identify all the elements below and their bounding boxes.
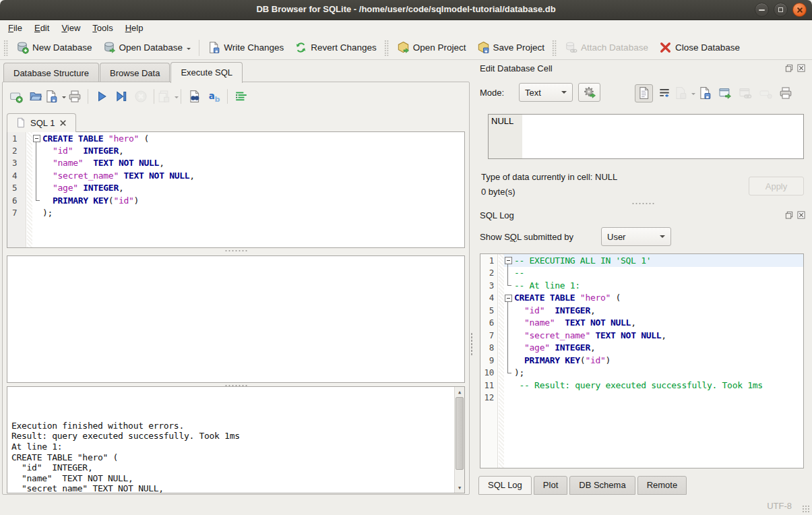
save-sql-file-button[interactable] [46,88,64,106]
dropdown-caret-icon [691,93,695,97]
tab-remote[interactable]: Remote [637,476,687,495]
import-data-button[interactable] [675,84,693,102]
execute-current-line-button[interactable] [112,88,130,106]
cell-mode-row: Mode: Text [480,83,806,103]
result-line: Result: query executed successfully. Too… [11,431,450,442]
float-icon[interactable] [784,210,794,220]
scroll-down-icon[interactable]: ▼ [455,483,464,493]
toolbar-drag-handle[interactable] [3,40,9,56]
tab-execute-sql[interactable]: Execute SQL [170,62,243,83]
tab-sql-log[interactable]: SQL Log [478,476,532,495]
fold-marker-icon[interactable] [505,392,513,404]
copy-link-button[interactable] [736,84,754,102]
print-icon [68,90,82,103]
open-external-button[interactable] [716,84,734,102]
text-mode-button[interactable] [635,84,653,102]
menu-tools[interactable]: Tools [86,21,119,35]
fold-marker-icon[interactable] [33,144,42,156]
menu-view[interactable]: View [55,21,86,35]
sql-editor[interactable]: 1 CREATE TABLE "hero" ( 2 "id" INTEGER, [7,131,465,248]
menu-file[interactable]: File [2,21,28,35]
stop-button[interactable] [131,88,150,106]
revert-changes-button[interactable]: Revert Changes [289,39,382,56]
export-data-button[interactable] [695,84,714,102]
dock-splitter[interactable] [476,202,810,204]
fold-marker-icon[interactable] [33,169,42,181]
new-database-button[interactable]: New Database [11,39,98,56]
tab-close-icon[interactable] [59,119,67,127]
fold-marker-icon[interactable] [33,206,42,218]
print-cell-button[interactable] [776,84,794,102]
tab-plot[interactable]: Plot [534,476,567,495]
open-project-button[interactable]: Open Project [392,39,472,56]
splitter[interactable] [7,248,465,251]
tab-database-structure[interactable]: Database Structure [3,63,99,82]
maximize-button[interactable] [774,3,788,17]
open-database-button[interactable]: Open Database [98,39,197,56]
format-sql-button[interactable] [232,88,250,106]
cell-value-editor[interactable]: NULL [488,114,804,159]
fold-marker-icon[interactable] [505,254,513,267]
mode-select[interactable]: Text [519,83,573,102]
set-null-button[interactable] [756,84,774,102]
auto-mode-button[interactable] [578,83,600,102]
edit-cell-dock-header: Edit Database Cell [480,62,806,74]
minimize-button[interactable] [755,3,769,17]
log-line: 4 CREATE TABLE "hero" ( [480,292,803,305]
closebox-icon[interactable] [797,63,806,73]
syntax-highlight-button[interactable]: ab [205,88,223,106]
line-number: 5 [7,183,26,193]
scroll-up-icon[interactable]: ▲ [455,387,464,397]
resize-grip[interactable] [802,505,810,513]
fold-marker-icon[interactable] [505,304,513,317]
close-window-button[interactable] [792,3,807,17]
fold-marker-icon[interactable] [505,292,513,305]
fold-marker-icon[interactable] [33,157,42,169]
word-wrap-icon [658,86,671,100]
close-database-button[interactable]: Close Database [654,39,745,56]
fold-marker-icon[interactable] [505,342,513,355]
submitted-by-select[interactable]: User [601,227,671,246]
find-button[interactable] [185,88,204,106]
scrollbar[interactable]: ▲ ▼ [454,387,464,493]
execution-message-pane[interactable]: Execution finished without errors.Result… [7,386,465,493]
closebox-icon[interactable] [797,210,806,220]
tab-db-schema[interactable]: DB Schema [569,476,635,495]
fold-marker-icon[interactable] [505,379,513,392]
save-project-button[interactable]: Save Project [472,39,551,56]
apply-button[interactable]: Apply [749,177,804,195]
fold-marker-icon[interactable] [505,267,513,280]
sql-tab[interactable]: SQL 1 [7,113,76,132]
fold-marker-icon[interactable] [505,354,513,367]
fold-marker-icon[interactable] [505,367,513,380]
sql-log-view[interactable]: 1 -- EXECUTING ALL IN 'SQL 1' 2 -- 3 [480,253,804,468]
fold-marker-icon[interactable] [505,317,513,330]
toolbar-drag-handle[interactable] [384,40,389,56]
fold-marker-icon[interactable] [505,279,513,292]
menu-help[interactable]: Help [119,21,150,35]
toolbar-drag-handle[interactable] [552,40,557,56]
results-grid[interactable] [7,255,465,383]
print-button[interactable] [65,88,84,106]
write-changes-button[interactable]: Write Changes [202,39,289,56]
link-icon [739,86,752,100]
titlebar[interactable]: DB Browser for SQLite - /home/user/code/… [0,0,812,20]
fold-marker-icon[interactable] [33,182,42,194]
scroll-thumb[interactable] [456,397,464,470]
panel-splitter[interactable] [470,263,474,425]
fold-marker-icon[interactable] [33,194,42,206]
float-icon[interactable] [784,63,794,73]
new-sql-tab-button[interactable] [7,88,25,106]
menu-edit[interactable]: Edit [28,21,55,35]
save-gray-icon [674,86,687,100]
open-sql-file-button[interactable] [26,88,44,106]
tab-browse-data[interactable]: Browse Data [100,63,170,82]
fold-marker-icon[interactable] [505,329,513,342]
line-number: 6 [480,317,498,328]
word-wrap-button[interactable] [655,84,673,102]
attach-database-button[interactable]: Attach Database [559,39,654,56]
line-number: 11 [480,380,498,390]
save-results-button[interactable] [158,88,177,106]
fold-marker-icon[interactable] [33,132,42,144]
execute-all-button[interactable] [92,88,111,106]
